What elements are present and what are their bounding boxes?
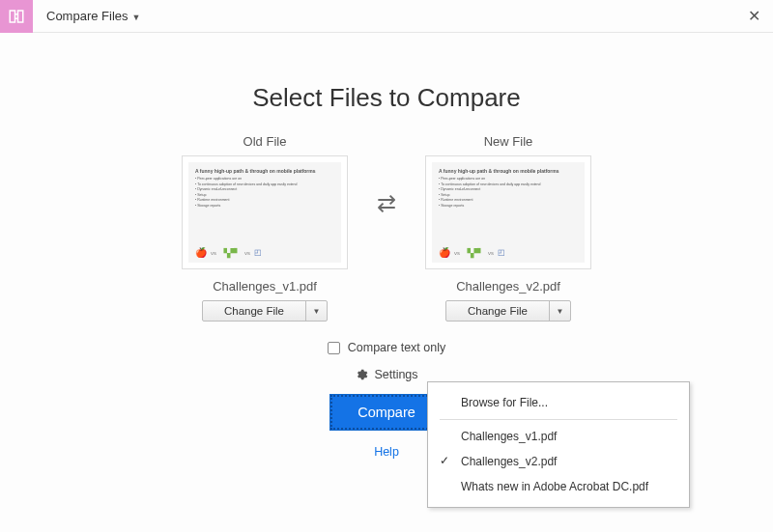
apple-icon: 🍎 (439, 247, 450, 258)
new-change-file-button[interactable]: Change File ▼ (445, 300, 571, 322)
android-icon: ▝▞▘ (220, 248, 241, 258)
app-icon (0, 0, 33, 33)
windows-icon: ◰ (498, 248, 505, 257)
old-file-column: Old File A funny high-up path & through … (182, 134, 348, 322)
svg-rect-1 (18, 11, 23, 22)
chevron-down-icon: ▼ (313, 307, 321, 316)
windows-icon: ◰ (254, 248, 262, 257)
apple-icon: 🍎 (195, 247, 207, 258)
old-file-page-preview: A funny high-up path & through on mobile… (188, 162, 341, 263)
chevron-down-icon: ▼ (557, 307, 564, 316)
main-panel: Select Files to Compare Old File A funny… (0, 33, 773, 459)
page-heading: Select Files to Compare (0, 83, 773, 113)
old-change-file-label: Change File (203, 301, 305, 321)
android-icon: ▝▞▘ (464, 248, 484, 258)
compare-button[interactable]: Compare (330, 395, 443, 430)
new-change-file-label: Change File (446, 301, 549, 321)
old-change-file-dropdown[interactable]: ▼ (305, 301, 327, 321)
old-file-filename: Challenges_v1.pdf (213, 279, 317, 294)
compare-text-only-label: Compare text only (348, 341, 445, 354)
new-file-column: New File A funny high-up path & through … (425, 134, 591, 322)
files-row: Old File A funny high-up path & through … (0, 134, 773, 322)
gear-icon (355, 368, 368, 381)
new-change-file-dropdown[interactable]: ▼ (549, 301, 570, 321)
check-icon: ✓ (440, 454, 449, 467)
dropdown-item[interactable]: Challenges_v1.pdf (428, 424, 689, 449)
window-title[interactable]: Compare Files▼ (46, 9, 140, 23)
titlebar: Compare Files▼ ✕ (0, 0, 773, 33)
new-file-thumbnail[interactable]: A funny high-up path & through on mobile… (425, 155, 591, 269)
compare-text-only-row[interactable]: Compare text only (328, 341, 445, 354)
help-link[interactable]: Help (374, 445, 399, 459)
swap-icon: ⇄ (377, 190, 396, 217)
settings-button[interactable]: Settings (355, 368, 417, 381)
change-file-dropdown-menu: Browse for File... Challenges_v1.pdf ✓ C… (427, 381, 690, 508)
dropdown-item[interactable]: ✓ Challenges_v2.pdf (428, 449, 689, 474)
old-file-thumbnail[interactable]: A funny high-up path & through on mobile… (182, 155, 348, 269)
compare-text-only-checkbox[interactable] (328, 342, 340, 354)
dropdown-separator (440, 419, 677, 420)
new-file-page-preview: A funny high-up path & through on mobile… (432, 162, 585, 263)
dropdown-browse[interactable]: Browse for File... (428, 390, 689, 415)
dropdown-item[interactable]: Whats new in Adobe Acrobat DC.pdf (428, 474, 689, 499)
settings-label: Settings (374, 368, 417, 381)
old-file-label: Old File (243, 134, 287, 149)
new-file-label: New File (484, 134, 533, 149)
swap-button[interactable]: ⇄ (369, 190, 404, 217)
close-icon: ✕ (748, 7, 760, 25)
new-file-filename: Challenges_v2.pdf (456, 279, 560, 294)
close-button[interactable]: ✕ (734, 0, 773, 33)
svg-rect-0 (10, 11, 14, 22)
window-title-text: Compare Files (46, 9, 129, 23)
old-change-file-button[interactable]: Change File ▼ (202, 300, 328, 322)
title-caret-icon: ▼ (132, 13, 141, 22)
